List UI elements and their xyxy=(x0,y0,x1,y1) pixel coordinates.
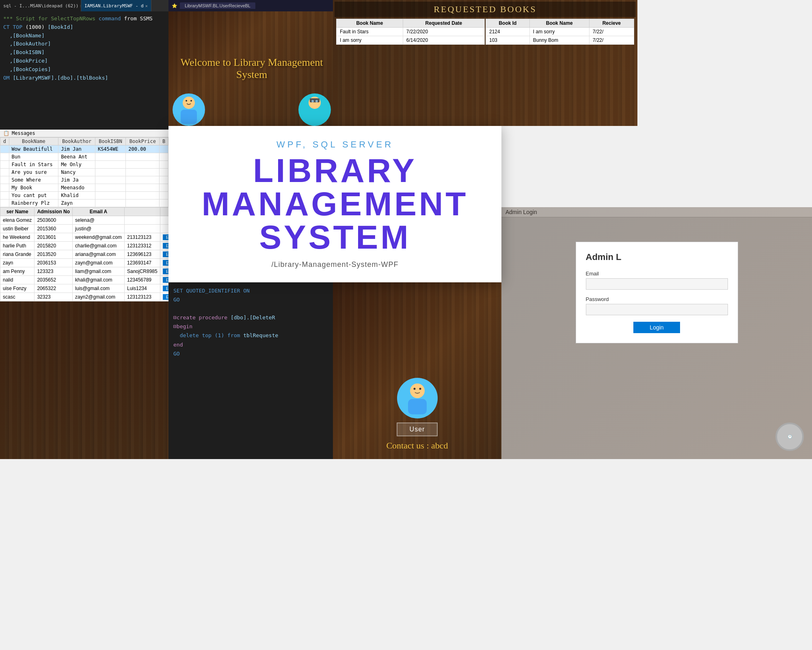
table-row: harlie Puth2015820charlie@gmail.com12312… xyxy=(0,242,169,250)
user-col-phone xyxy=(124,208,160,216)
svg-point-16 xyxy=(413,388,415,390)
main-title-line2: System xyxy=(259,219,410,256)
svg-point-15 xyxy=(412,384,423,396)
edit-btn-8[interactable]: Edit xyxy=(163,294,168,300)
edit-btn-2[interactable]: Edit xyxy=(163,243,168,249)
svg-point-3 xyxy=(186,100,187,102)
table-row: am Penny123323liam@gmail.comSanojCR8985 … xyxy=(0,267,169,276)
table-row: I am sorry6/14/2020 xyxy=(337,36,485,45)
lib-app-characters xyxy=(168,93,335,126)
login-button[interactable]: Login xyxy=(633,322,680,333)
sql-tab-2-close[interactable]: ✕ xyxy=(145,4,148,8)
svg-rect-6 xyxy=(307,110,323,124)
edit-btn-6[interactable]: Edit xyxy=(163,277,168,283)
admin-login-section: Admin Login Admin L Email Password Login… xyxy=(501,207,812,459)
table-row: 103Bunny Bom7/22/ xyxy=(486,36,634,45)
req-books-left-table: Book Name Requested Date Fault in Stars7… xyxy=(336,19,485,45)
edit-btn-4[interactable]: Edit xyxy=(163,260,168,266)
user-col-admission: Admission No xyxy=(35,208,73,216)
lib-bottom-character xyxy=(397,378,438,418)
library-app-top-tabs: ⭐ LibraryMSWF.BL.UserRecieveBL xyxy=(168,0,335,11)
table-row: he Weekend2013601weekend@gmail.com213123… xyxy=(0,233,169,242)
admin-login-form: Admin L Email Password Login xyxy=(576,242,738,343)
sql-tab-1[interactable]: sql - I...MSAN\ideapad (62)) ✕ xyxy=(0,0,81,11)
svg-point-4 xyxy=(190,100,192,102)
edit-btn-3[interactable]: Edit xyxy=(163,251,168,257)
main-title-line1: Library Management xyxy=(202,152,469,222)
table-row: elena Gomez2503600selena@ xyxy=(0,216,169,225)
password-label: Password xyxy=(586,296,728,302)
req-books-grid: Book Name Requested Date Fault in Stars7… xyxy=(335,17,636,46)
lib-app-tab-label: LibraryMSWF.BL.UserRecieveBL xyxy=(185,3,251,8)
tech-label: WPF, SQL SERVER xyxy=(276,139,393,150)
sql-proc-code: SET QUOTED_IDENTIFIER ON GO ⊟create proc… xyxy=(168,282,337,362)
svg-rect-1 xyxy=(181,110,197,124)
users-table-wrap: ser Name Admission No Email A elena Gome… xyxy=(0,207,168,301)
repo-link[interactable]: /Library-Management-System-WPF xyxy=(271,260,398,269)
col-isbn: BookISBN xyxy=(95,138,125,145)
center-card: WPF, SQL SERVER Library Management Syste… xyxy=(168,126,501,282)
edit-btn-5[interactable]: Edit xyxy=(163,269,168,274)
lib-app-tab[interactable]: LibraryMSWF.BL.UserRecieveBL xyxy=(180,2,255,9)
table-row: zayn2036153zayn@gmail.com123693147 Edit xyxy=(0,259,169,267)
svg-rect-8 xyxy=(310,98,320,102)
sql-results: 📋 Messages d BookName BookAuthor BookISB… xyxy=(0,130,168,207)
user-button[interactable]: User xyxy=(397,422,438,436)
table-row: BunBeena Ant xyxy=(0,153,168,161)
sql-editor: sql - I...MSAN\ideapad (62)) ✕ IAMSAN.Li… xyxy=(0,0,168,207)
col-bookname: BookName xyxy=(9,138,58,145)
sql-code-block: *** Script for SelectTopNRows command fr… xyxy=(0,11,168,85)
table-row: You cant putKhalid xyxy=(0,192,168,199)
req-col-receive: Recieve xyxy=(589,19,634,28)
user-col-email: Email A xyxy=(73,208,125,216)
table-row: Fault in Stars7/22/2020 xyxy=(337,28,485,36)
requested-books-title: Requested Books xyxy=(335,2,636,17)
req-col-bookname: Book Name xyxy=(337,19,403,28)
character-right xyxy=(298,93,331,126)
col-author: BookAuthor xyxy=(58,138,95,145)
req-col-bookname2: Book Name xyxy=(529,19,589,28)
character-left xyxy=(173,93,205,126)
table-row: riana Grande2013520ariana@gmail.com12369… xyxy=(0,250,169,259)
svg-rect-14 xyxy=(408,399,427,414)
table-row: Wow BeautifullJim JanKS454WE200.00 xyxy=(0,145,168,153)
sql-tab-2[interactable]: IAMSAN.LibraryMSWF - d ✕ xyxy=(81,0,151,11)
col-price: BookPrice xyxy=(126,138,160,145)
results-table: d BookName BookAuthor BookISBN BookPrice… xyxy=(0,137,168,207)
library-app-bottom: User Contact us : abcd xyxy=(333,282,501,459)
user-col-action xyxy=(160,208,168,216)
users-table: ser Name Admission No Email A elena Gome… xyxy=(0,207,168,301)
col-id: d xyxy=(0,138,9,145)
main-title: Library Management System xyxy=(168,154,501,254)
welcome-text: Welcome to Library Management System xyxy=(168,56,335,81)
table-row: My BookMeenasdo xyxy=(0,184,168,192)
email-label: Email xyxy=(586,271,728,277)
sql-tab-2-label: IAMSAN.LibraryMSWF - d xyxy=(84,3,144,9)
user-col-name: ser Name xyxy=(0,208,35,216)
table-row: nalid2035652khali@gmail.com123456789 Edi… xyxy=(0,276,169,284)
results-tab-bar: 📋 Messages xyxy=(0,130,168,137)
users-section: ser Name Admission No Email A elena Gome… xyxy=(0,207,168,459)
svg-point-2 xyxy=(184,97,194,106)
svg-point-12 xyxy=(315,100,318,102)
sql-editor-tabs: sql - I...MSAN\ideapad (62)) ✕ IAMSAN.Li… xyxy=(0,0,168,11)
table-row: scasc32323zayn2@gmail.com123123123 Edit xyxy=(0,293,169,301)
table-row: ustin Beiber2015360justin@ xyxy=(0,225,169,233)
results-tab-label: Messages xyxy=(12,130,35,136)
table-row: Some WhereJim Ja xyxy=(0,176,168,184)
col-b: B xyxy=(160,138,168,145)
req-col-bookid: Book Id xyxy=(486,19,530,28)
table-row: 2124I am sorry7/22/ xyxy=(486,28,634,36)
svg-point-17 xyxy=(419,388,421,390)
edit-btn-7[interactable]: Edit xyxy=(163,286,168,291)
table-row: Fault in StarsMe Only xyxy=(0,161,168,169)
edit-btn-1[interactable]: Edit xyxy=(163,234,168,240)
req-col-reqdate: Requested Date xyxy=(403,19,484,28)
table-row: Rainberry PlzZayn xyxy=(0,199,168,207)
password-input[interactable] xyxy=(586,304,728,315)
svg-point-11 xyxy=(311,100,314,102)
admin-login-title: Admin L xyxy=(586,252,728,262)
email-input[interactable] xyxy=(586,278,728,290)
clock-decoration: 🕐 xyxy=(775,422,804,451)
sql-proc-section: SET QUOTED_IDENTIFIER ON GO ⊟create proc… xyxy=(168,282,337,459)
